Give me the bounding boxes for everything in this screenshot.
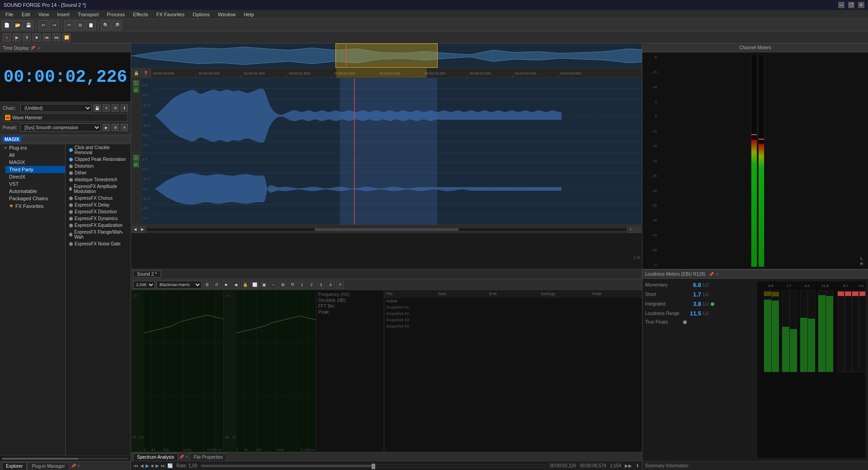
loudness-close[interactable]: ✕ (716, 272, 719, 277)
scrollbar-thumb[interactable] (315, 228, 458, 231)
pause-button[interactable]: ⏸ (23, 33, 31, 42)
tree-item-fx-favorites[interactable]: ★ FX Favorites (5, 202, 65, 210)
zoom-out-button[interactable]: 🔎 (112, 20, 122, 30)
plugin-row-flange[interactable]: ExpressFX Flange/Wah-Wah (66, 229, 131, 240)
tab-file-properties[interactable]: File Properties (189, 453, 226, 461)
chain-clear-btn[interactable]: ✕ (103, 104, 110, 112)
play-button[interactable]: ▶ (13, 33, 21, 42)
playback-end-btn[interactable]: ⏭ (161, 463, 165, 468)
plugin-row-eq[interactable]: ExpressFX Equalization (66, 222, 131, 229)
playback-start-btn[interactable]: ⏮ (134, 463, 138, 468)
analysis-view-btn[interactable]: ⊞ (279, 281, 287, 289)
overview-track[interactable] (131, 43, 642, 68)
restore-button[interactable]: ❐ (848, 2, 854, 8)
analysis-snap3-btn[interactable]: 3 (317, 281, 325, 289)
menu-options[interactable]: Options (189, 11, 213, 18)
minimize-button[interactable]: — (838, 2, 844, 8)
playback-loop-btn[interactable]: 🔄 (167, 463, 173, 468)
scroll-right-btn[interactable]: ▶ (139, 226, 146, 233)
rewind-button[interactable]: ⏮ (42, 33, 51, 42)
analysis-stereo-btn[interactable]: ⬜ (250, 281, 259, 289)
menu-transport[interactable]: Transport (74, 11, 103, 18)
analysis-ch-btn[interactable]: ↔ (269, 281, 278, 289)
redo-button[interactable]: ↪ (49, 20, 59, 30)
copy-button[interactable]: ⧉ (75, 20, 85, 30)
new-button[interactable]: 📄 (2, 20, 12, 30)
preset-settings-btn[interactable]: ⚙ (112, 124, 119, 131)
loop-button[interactable]: 🔁 (62, 33, 71, 42)
menu-window[interactable]: Window (214, 11, 239, 18)
menu-view[interactable]: View (35, 11, 53, 18)
analysis-mono-btn[interactable]: ▣ (260, 281, 268, 289)
analysis-snap4-btn[interactable]: 4 (326, 281, 335, 289)
analysis-reset-btn[interactable]: ↺ (212, 281, 221, 289)
stop-button[interactable]: ■ (33, 33, 41, 42)
plugin-list-scrollbar-thumb[interactable] (2, 458, 78, 460)
zoom-out-track-btn[interactable]: - (635, 226, 641, 233)
tab-spectrum-analysis[interactable]: Spectrum Analysis (133, 453, 178, 461)
record-button[interactable]: ● (3, 33, 11, 42)
scroll-right-end-btn[interactable]: ▶▶ (625, 463, 632, 468)
open-button[interactable]: 📂 (13, 20, 23, 30)
preset-remove-btn[interactable]: ✕ (121, 124, 128, 131)
rate-slider[interactable] (201, 465, 546, 467)
undo-button[interactable]: ↩ (38, 20, 48, 30)
chain-expand-btn[interactable]: ⬆ (121, 104, 128, 112)
plugin-manager-pin[interactable]: 📌 (71, 464, 76, 468)
track-waveform-2[interactable]: 2.5 -6.0 -12.0 -inf -12.0 -6.0 -2.5 (141, 153, 642, 225)
analysis-copy-btn[interactable]: ⧉ (288, 281, 297, 289)
playback-play-btn[interactable]: ▶ (146, 463, 149, 468)
tree-item-packaged-chains[interactable]: Packaged Chains (5, 195, 65, 202)
zoom-in-track-btn[interactable]: + (627, 226, 634, 233)
plugin-row-amp-mod[interactable]: ExpressFX Amplitude Modulation (66, 183, 131, 195)
plugin-row-noise-gate[interactable]: ExpressFX Noise Gate (66, 240, 131, 247)
paste-button[interactable]: 📋 (86, 20, 96, 30)
window-type-select[interactable]: Blackman-Harris (156, 281, 202, 289)
tab-explorer[interactable]: Explorer (2, 462, 27, 470)
menu-file[interactable]: File (2, 11, 17, 18)
plugin-wave-hammer[interactable]: W Wave Hammer (3, 113, 128, 122)
tree-item-vst[interactable]: VST (5, 180, 65, 188)
close-button[interactable]: ✕ (858, 2, 864, 8)
analysis-lock-btn[interactable]: 🔒 (241, 281, 249, 289)
menu-insert[interactable]: Insert (53, 11, 73, 18)
track-waveform-1[interactable]: 2.5 -6.0 -12.0 -inf -12.0 -6.0 -2.5 (141, 78, 642, 152)
plugin-row-delay[interactable]: ExpressFX Delay (66, 202, 131, 208)
playback-next-btn[interactable]: ▶ (156, 463, 159, 468)
plugin-row-chorus[interactable]: ExpressFX Chorus (66, 195, 131, 202)
analysis-snap1-btn[interactable]: 1 (298, 281, 306, 289)
track-mute-2[interactable]: M (133, 162, 139, 167)
rate-slider-thumb[interactable] (372, 464, 375, 469)
menu-help[interactable]: Help (240, 11, 258, 18)
menu-effects[interactable]: Effects (129, 11, 151, 18)
plugin-manager-close-btn[interactable]: ✕ (77, 464, 80, 468)
plugin-row-elastique[interactable]: élastique Timestretch (66, 176, 131, 183)
tree-item-third-party[interactable]: Third Party (5, 166, 65, 173)
tree-item-magix[interactable]: MAGIX (5, 159, 65, 166)
preset-load-btn[interactable]: ▶ (103, 124, 110, 131)
loudness-pin[interactable]: 📌 (709, 272, 714, 277)
chain-settings-btn[interactable]: ⚙ (112, 104, 119, 112)
tree-item-automatable[interactable]: Automatable (5, 188, 65, 195)
time-display-pin[interactable]: 📌 (30, 46, 35, 50)
cut-button[interactable]: ✂ (64, 20, 74, 30)
horizontal-scrollbar[interactable] (146, 228, 627, 231)
save-button[interactable]: 💾 (24, 20, 33, 30)
expand-btn[interactable]: ⬆ (636, 463, 639, 468)
analysis-export-btn[interactable]: ↗ (336, 281, 344, 289)
tree-item-directx[interactable]: DirectX (5, 173, 65, 180)
sound-tab[interactable]: Sound 2 * (133, 271, 161, 277)
menu-process[interactable]: Process (104, 11, 129, 18)
chain-save-btn[interactable]: 💾 (94, 104, 101, 112)
plugin-row-dither[interactable]: Dither (66, 169, 131, 176)
fft-size-select[interactable]: 2,048 4,096 8,192 (133, 281, 155, 289)
fast-forward-button[interactable]: ⏭ (52, 33, 61, 42)
zoom-in-button[interactable]: 🔍 (101, 20, 111, 30)
plugin-row-click-crackle[interactable]: Click and Crackle Removal (66, 144, 131, 156)
analysis-capture-btn[interactable]: ◀ (231, 281, 240, 289)
plugin-row-fx-distortion[interactable]: ExpressFX Distortion (66, 208, 131, 215)
preset-select[interactable]: [Sys] Smooth compression (20, 123, 101, 132)
plugin-list-scrollbar[interactable] (0, 456, 131, 461)
time-display-close[interactable]: ✕ (37, 46, 41, 51)
plugin-row-dynamics[interactable]: ExpressFX Dynamics (66, 215, 131, 222)
